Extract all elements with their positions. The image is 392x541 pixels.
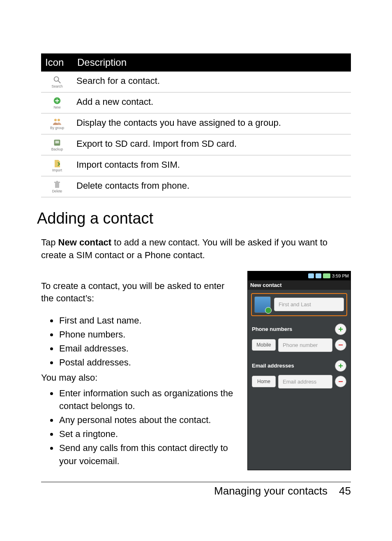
add-phone-button[interactable]: + [335, 324, 346, 335]
add-email-button[interactable]: + [335, 360, 346, 372]
signal-icon [316, 273, 321, 278]
icon-label: Search [52, 85, 63, 88]
group-icon: By group [50, 118, 64, 130]
screen-title: New contact [248, 280, 350, 290]
table-row: By group Display the contacts you have a… [41, 113, 351, 134]
icon-description-table: Icon Description Search Search for a con… [41, 53, 351, 197]
list-item: Postal addresses. [58, 356, 238, 369]
icon-desc: Delete contacts from phone. [73, 176, 351, 197]
intro-paragraph: Tap New contact to add a new contact. Yo… [41, 236, 351, 262]
icon-label: Backup [51, 148, 63, 151]
add-icon: New [53, 96, 62, 109]
email-input[interactable]: Email address [278, 375, 332, 388]
svg-rect-7 [55, 183, 59, 188]
list-item: Email addresses. [58, 342, 238, 355]
svg-rect-9 [56, 181, 58, 182]
phone-screenshot: 3:59 PM New contact First and Last Phone… [247, 271, 351, 470]
svg-rect-6 [55, 141, 59, 143]
page-number: 45 [339, 485, 351, 497]
phone-numbers-header: Phone numbers + [248, 319, 350, 337]
list-item: Enter information such as organizations … [58, 387, 238, 413]
icon-desc: Search for a contact. [73, 72, 351, 92]
clock: 3:59 PM [332, 273, 349, 278]
svg-rect-8 [54, 182, 60, 183]
search-icon: Search [52, 75, 63, 88]
icon-desc: Export to SD card. Import from SD card. [73, 134, 351, 155]
table-row: Delete Delete contacts from phone. [41, 176, 351, 197]
list-item: Phone numbers. [58, 328, 238, 341]
table-row: Search Search for a contact. [41, 72, 351, 92]
icon-desc: Display the contacts you have assigned t… [73, 113, 351, 134]
fields-lead: To create a contact, you will be asked t… [41, 280, 238, 305]
svg-point-4 [58, 119, 60, 121]
table-row: Backup Export to SD card. Import from SD… [41, 134, 351, 155]
svg-point-0 [54, 77, 59, 81]
name-input[interactable]: First and Last [274, 298, 344, 311]
table-row: Import Import contacts from SIM. [41, 155, 351, 176]
footer-title: Managing your contacts [214, 485, 327, 497]
icon-desc: Add a new contact. [73, 92, 351, 113]
icon-desc: Import contacts from SIM. [73, 155, 351, 176]
delete-icon: Delete [52, 180, 62, 193]
phone-number-input[interactable]: Phone number [278, 338, 332, 352]
phone-type-selector[interactable]: Mobile [252, 339, 276, 351]
email-type-selector[interactable]: Home [252, 376, 276, 387]
also-lead: You may also: [41, 372, 238, 384]
th-icon: Icon [41, 53, 73, 72]
svg-line-1 [58, 81, 61, 83]
status-bar: 3:59 PM [248, 271, 350, 280]
list-item: First and Last name. [58, 314, 238, 327]
icon-label: By group [50, 126, 64, 130]
remove-phone-button[interactable]: − [335, 339, 346, 351]
add-photo-icon[interactable] [254, 296, 271, 313]
import-icon: Import [52, 159, 62, 172]
backup-icon: Backup [51, 138, 63, 151]
icon-label: Import [52, 169, 62, 172]
name-field-container: First and Last [251, 293, 347, 316]
th-desc: Description [73, 53, 351, 72]
table-row: New Add a new contact. [41, 92, 351, 113]
email-addresses-header: Email addresses + [248, 356, 350, 373]
remove-email-button[interactable]: − [335, 376, 346, 387]
page-footer: Managing your contacts 45 [41, 482, 351, 497]
also-list: Enter information such as organizations … [41, 387, 238, 468]
list-item: Send any calls from this contact directl… [58, 442, 238, 468]
list-item: Set a ringtone. [58, 428, 238, 441]
svg-point-3 [54, 119, 57, 121]
icon-label: New [53, 106, 60, 109]
battery-icon [323, 273, 330, 278]
fields-list: First and Last name. Phone numbers. Emai… [41, 314, 238, 369]
icon-label: Delete [52, 190, 62, 193]
list-item: Any personal notes about the contact. [58, 414, 238, 427]
bluetooth-icon [308, 273, 314, 278]
section-heading: Adding a contact [37, 210, 351, 227]
